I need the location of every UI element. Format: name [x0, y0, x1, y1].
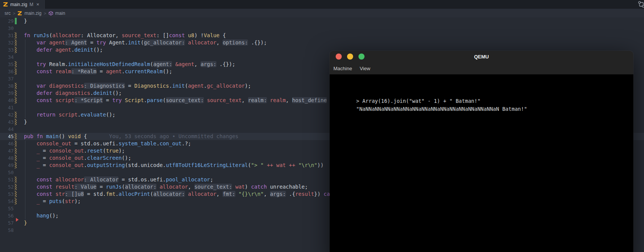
code-text: _ = console_out.clearScreen(); [24, 154, 131, 162]
token [267, 97, 270, 103]
code-text: try Realm.initializeHostDefinedRealm(age… [24, 61, 235, 68]
token: fmt [106, 191, 115, 197]
code-text: const realm: *Realm = agent.currentRealm… [24, 68, 172, 75]
minimize-button[interactable] [347, 54, 353, 60]
git-gutter-modified[interactable] [15, 47, 17, 53]
git-gutter-modified[interactable] [15, 155, 17, 161]
token: init [172, 83, 185, 89]
token: ca [324, 191, 330, 197]
git-gutter-modified[interactable] [15, 191, 17, 197]
git-gutter-modified[interactable] [15, 97, 17, 104]
code-line[interactable]: 29} [0, 17, 644, 25]
chevron-right-icon: > [13, 11, 15, 16]
token: Realm. [46, 61, 68, 67]
token: source_text [122, 32, 156, 38]
tab-main-zig[interactable]: main.zig M × [0, 0, 46, 9]
token: .?; [182, 140, 191, 146]
breadcrumb-item-file[interactable]: main.zig [24, 11, 41, 16]
code-text: fn runJs(allocator: Allocator, source_te… [24, 32, 226, 39]
qemu-menu-machine[interactable]: Machine [333, 66, 352, 71]
git-gutter-modified[interactable] [15, 140, 17, 147]
breadcrumb-item-symbol[interactable]: main [55, 11, 65, 16]
token: ( [49, 32, 52, 38]
inlay-hint: args: [200, 61, 216, 67]
code-line[interactable]: 30 [0, 25, 644, 32]
token: ); [118, 148, 125, 154]
token: = [40, 162, 49, 168]
git-gutter-added[interactable] [15, 18, 17, 24]
token: &agent [175, 61, 194, 67]
line-number: 52 [0, 183, 14, 191]
token: script [58, 112, 77, 118]
code-text: console_out = std.os.uefi.system_table.c… [24, 140, 191, 147]
qemu-menu-view[interactable]: View [360, 66, 370, 71]
token: ( [103, 148, 106, 154]
line-number: 36 [0, 68, 14, 75]
close-icon[interactable]: × [36, 2, 39, 7]
token: console_out [49, 162, 84, 168]
token [52, 184, 55, 190]
code-line[interactable]: 31fn runJs(allocator: Allocator, source_… [0, 32, 644, 39]
token: .{}); [216, 61, 235, 67]
token [24, 112, 36, 118]
token: Value [204, 32, 220, 38]
token: _ [36, 162, 39, 168]
inlay-hint: : *Script [74, 97, 103, 103]
zig-file-icon [3, 2, 8, 7]
git-gutter-modified[interactable] [15, 198, 17, 205]
token: init [128, 39, 140, 46]
breadcrumb-item-src[interactable]: src [5, 11, 11, 16]
git-gutter-modified[interactable] [15, 61, 17, 68]
token: , [242, 97, 248, 103]
inlay-hint: args: [270, 191, 286, 197]
token [24, 184, 36, 190]
code-line[interactable]: 32 var agent: Agent = try Agent.init(gc_… [0, 39, 644, 46]
token: diagnostics [55, 90, 90, 96]
git-gutter-modified[interactable] [15, 162, 17, 169]
zoom-button[interactable] [358, 54, 365, 60]
git-gutter-modified[interactable] [15, 112, 17, 118]
git-gutter-modified[interactable] [15, 119, 17, 125]
token: result [295, 191, 314, 197]
qemu-window-title: QEMU [330, 54, 633, 60]
token [172, 61, 175, 67]
token: try [36, 61, 46, 67]
token [52, 68, 55, 74]
token: system_table [118, 140, 156, 146]
git-gutter-modified[interactable] [15, 176, 17, 183]
token: str [65, 198, 74, 204]
token: defer [36, 90, 52, 96]
git-gutter-modified[interactable] [15, 148, 17, 154]
token: u8 [188, 32, 194, 38]
git-gutter-modified[interactable] [15, 133, 17, 140]
token: runJs [106, 184, 122, 190]
git-gutter-modified[interactable] [15, 39, 17, 46]
qemu-terminal[interactable]: > Array(16).join("wat" - 1) + " Batman!"… [330, 74, 633, 252]
line-number: 48 [0, 154, 14, 162]
close-button[interactable] [336, 54, 342, 60]
git-gutter-modified[interactable] [15, 68, 17, 75]
token: ( [185, 83, 188, 89]
git-gutter-modified[interactable] [15, 90, 17, 96]
code-text: _ = console_out.outputString(std.unicode… [24, 162, 324, 169]
token: console_out [49, 148, 84, 154]
git-branch-icon[interactable] [637, 1, 644, 8]
inlay-hint: : Diagnostics [84, 83, 125, 89]
terminal-line: > Array(16).join("wat" - 1) + " Batman!" [356, 97, 527, 105]
red-arrow-icon[interactable] [16, 218, 19, 222]
token: allocPrint [118, 191, 150, 197]
token: ++ [289, 162, 295, 168]
terminal-line: "NaNNaNNaNNaNNaNNaNNaNNaNNaNNaNNaNNaNNaN… [356, 105, 527, 113]
token: ) [245, 184, 251, 190]
qemu-titlebar[interactable]: QEMU [330, 51, 633, 62]
git-gutter-modified[interactable] [15, 83, 17, 89]
line-number: 54 [0, 198, 14, 205]
token: . [71, 47, 74, 53]
code-text: _ = console_out.reset(true); [24, 147, 125, 154]
git-gutter-modified[interactable] [15, 184, 17, 190]
line-number: 41 [0, 104, 14, 111]
git-blame: You, 53 seconds ago • Uncommitted change… [87, 133, 238, 139]
token: reset [87, 148, 103, 154]
git-gutter-modified[interactable] [15, 32, 17, 39]
code-text: const result: Value = runJs(allocator: a… [24, 183, 308, 191]
